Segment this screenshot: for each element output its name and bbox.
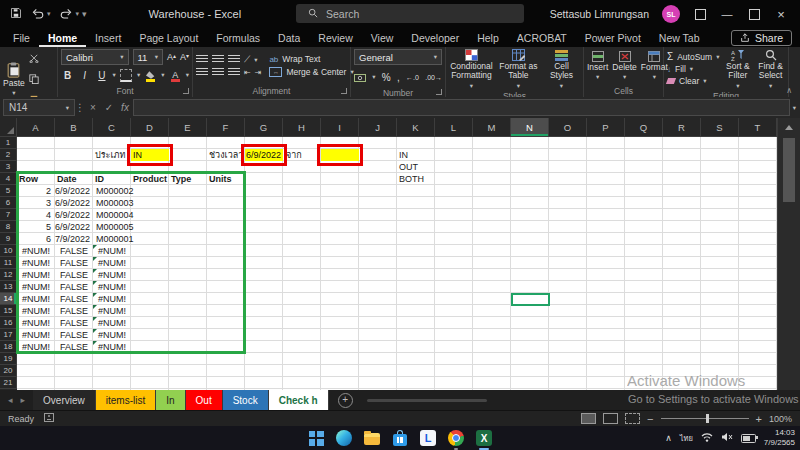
font-size-select[interactable]: 11▾ [133,49,163,65]
menu-tab-formulas[interactable]: Formulas [207,28,269,47]
menu-tab-review[interactable]: Review [309,28,361,47]
sheet-tab-in[interactable]: In [156,390,185,410]
align-left-icon[interactable] [196,68,208,77]
accessibility-icon[interactable] [44,413,54,424]
taskbar-start-icon[interactable] [307,429,325,447]
undo-dropdown-icon[interactable]: ▾ [47,10,51,18]
column-header-l[interactable]: L [435,118,473,136]
taskbar-store-icon[interactable] [391,429,409,447]
table-row-7-date[interactable]: 6/9/2022 [55,209,92,221]
column-header-n[interactable]: N [511,118,549,136]
scroll-up-icon[interactable] [778,118,800,136]
ribbon-display-options-icon[interactable] [693,7,707,21]
row-header-2[interactable]: 2 [0,149,17,161]
error-row-17-false[interactable]: FALSE [55,329,93,341]
vertical-scrollbar[interactable] [777,118,800,390]
cell-c2-type-label[interactable]: ประเภท [93,149,131,161]
error-row-11-num[interactable]: #NUM! [17,257,55,269]
find-select-button[interactable]: Find & Select▾ [756,49,785,89]
error-row-18-id[interactable]: #NUM! [93,341,131,353]
column-header-b[interactable]: B [55,118,93,136]
error-row-16-num[interactable]: #NUM! [17,317,55,329]
cell-k4-option[interactable]: BOTH [397,173,435,185]
wifi-icon[interactable] [701,432,713,444]
table-row-8-date[interactable]: 6/9/2022 [55,221,92,233]
column-header-m[interactable]: M [473,118,511,136]
error-row-14-false[interactable]: FALSE [55,293,93,305]
align-center-icon[interactable] [212,68,224,77]
menu-tab-power-pivot[interactable]: Power Pivot [576,28,650,47]
error-row-15-id[interactable]: #NUM! [93,305,131,317]
borders-icon[interactable] [120,68,133,82]
font-color-icon[interactable]: A [169,68,182,82]
column-header-s[interactable]: S [701,118,739,136]
tab-scroll-right-icon[interactable]: ▸ [21,395,26,405]
sort-filter-button[interactable]: AZ Sort & Filter▾ [723,49,752,89]
column-header-c[interactable]: C [93,118,131,136]
column-header-j[interactable]: J [359,118,397,136]
decrease-indent-icon[interactable]: ⇤ [244,68,251,77]
column-header-g[interactable]: G [245,118,283,136]
redo-dropdown-icon[interactable]: ▾ [76,10,80,18]
horizontal-scroll-thumb[interactable] [367,399,487,402]
column-header-t[interactable]: T [739,118,777,136]
page-break-view-icon[interactable] [625,413,640,424]
decrease-decimal-icon[interactable]: .00→ [425,74,442,81]
new-sheet-icon[interactable]: + [338,393,353,408]
collapse-ribbon-icon[interactable]: ∧ [786,86,792,95]
selected-cell-n14[interactable] [511,293,550,306]
menu-tab-page-layout[interactable]: Page Layout [130,28,207,47]
taskbar-chrome-icon[interactable] [447,429,465,447]
table-row-6-row-num[interactable]: 3 [17,197,53,209]
row-header-12[interactable]: 12 [0,269,17,281]
row-header-14[interactable]: 14 [0,293,17,305]
delete-cells-button[interactable]: Delete▾ [612,51,637,80]
table-row-8-row-num[interactable]: 5 [17,221,53,233]
column-header-q[interactable]: Q [625,118,663,136]
table-row-6-id[interactable]: M000003 [94,197,154,209]
insert-function-icon[interactable]: fx [117,102,133,113]
shrink-font-icon[interactable]: A▾ [180,52,189,62]
row-header-3[interactable]: 3 [0,161,17,173]
align-right-icon[interactable] [228,68,240,77]
row-header-4[interactable]: 4 [0,173,17,185]
wrap-text-button[interactable]: ab Wrap Text [269,54,353,64]
error-row-14-num[interactable]: #NUM! [17,293,55,305]
sheet-tab-items-list[interactable]: items-list [96,390,156,410]
fill-color-icon[interactable] [144,68,157,82]
conditional-formatting-button[interactable]: Conditional Formatting▾ [449,49,494,89]
cell-styles-button[interactable]: Cell Styles▾ [543,49,580,89]
font-dialog-launcher-icon[interactable] [183,88,189,94]
autosum-button[interactable]: ΣAutoSum▾ [667,51,719,62]
undo-icon[interactable] [31,8,44,21]
format-as-table-button[interactable]: Format as Table▾ [498,49,539,89]
share-button[interactable]: Share [731,30,792,46]
error-row-15-false[interactable]: FALSE [55,305,93,317]
row-header-6[interactable]: 6 [0,197,17,209]
avatar[interactable]: SL [662,5,680,23]
row-header-17[interactable]: 17 [0,329,17,341]
menu-tab-acrobat[interactable]: ACROBAT [508,28,576,47]
volume-muted-icon[interactable] [721,432,733,444]
expand-formula-bar-icon[interactable]: ▾ [793,104,796,112]
battery-icon[interactable] [741,434,756,443]
tray-expand-icon[interactable]: ∧ [665,433,672,443]
row-header-9[interactable]: 9 [0,233,17,245]
row-header-5[interactable]: 5 [0,185,17,197]
error-row-16-false[interactable]: FALSE [55,317,93,329]
namebox-splitter[interactable]: ⋮ [75,102,85,113]
vertical-scroll-thumb[interactable] [783,138,795,202]
error-row-13-num[interactable]: #NUM! [17,281,55,293]
fill-button[interactable]: ↓Fill▾ [667,64,719,74]
error-row-12-id[interactable]: #NUM! [93,269,131,281]
increase-decimal-icon[interactable]: ←.0 [406,74,419,81]
error-row-12-num[interactable]: #NUM! [17,269,55,281]
clock[interactable]: 14:03 7/9/2565 [764,428,795,447]
error-row-10-false[interactable]: FALSE [55,245,93,257]
row-header-20[interactable]: 20 [0,365,17,377]
taskbar-line-app-icon[interactable]: L [419,429,437,447]
row-header-19[interactable]: 19 [0,353,17,365]
table-row-8-id[interactable]: M000005 [94,221,154,233]
accounting-format-icon[interactable] [354,68,366,86]
table-row-6-date[interactable]: 6/9/2022 [55,197,92,209]
